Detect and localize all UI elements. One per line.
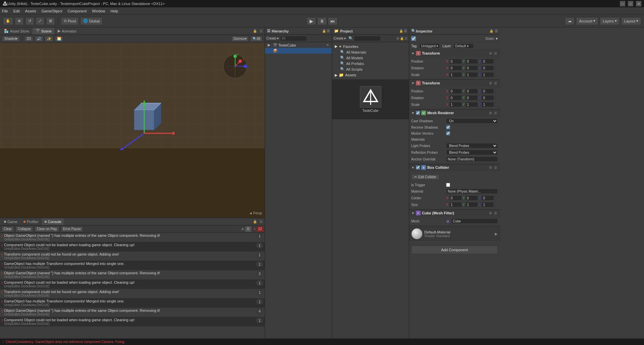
transform-1-header[interactable]: ▼ T Transform ⚙ ☰	[409, 50, 500, 57]
hierarchy-item-testecube[interactable]: ▶ 🎬 TesteCube ✕	[265, 42, 332, 48]
project-create-button[interactable]: Create ▾	[333, 37, 346, 40]
mesh-renderer-menu[interactable]: ☰	[493, 111, 498, 115]
inspector-menu[interactable]: ☰	[495, 29, 498, 33]
rotate-tool-button[interactable]: ↺	[25, 17, 34, 25]
favorites-folder[interactable]: ▶ ★ Favorites	[332, 44, 409, 49]
menu-file[interactable]: File	[2, 9, 8, 13]
bottom-tab-menu[interactable]: ☰	[259, 219, 263, 224]
hierarchy-item-selected[interactable]: 📦	[265, 48, 332, 54]
menu-help[interactable]: Help	[110, 9, 118, 13]
list-item[interactable]: ! GameObject has multiple Transform comp…	[0, 298, 265, 308]
step-button[interactable]: ⏭	[328, 17, 338, 25]
box-collider-header[interactable]: ▼ B Box Collider ⚙ ☰	[409, 164, 500, 171]
cloud-button[interactable]: ☁	[565, 17, 575, 25]
scene-viewport[interactable]: Z Y X ◄	[0, 43, 265, 218]
box-collider-settings[interactable]: ⚙	[488, 166, 493, 169]
list-item[interactable]: ! Object GameObject (named '') has multi…	[0, 270, 265, 280]
bottom-tab-lock[interactable]: 🔒	[253, 219, 257, 224]
receive-shadows-checkbox[interactable]	[446, 125, 450, 129]
default-material-row[interactable]: Default-Material Shader Standard ▶	[409, 227, 500, 241]
hierarchy-search-input[interactable]	[280, 36, 307, 41]
menu-component[interactable]: Component	[67, 9, 87, 13]
move-tool-button[interactable]: ⊕	[15, 17, 24, 25]
search-scene-button[interactable]: 🔍 All	[250, 36, 263, 42]
hierarchy-lock[interactable]: 🔒	[322, 29, 326, 33]
material-expand-icon[interactable]: ▶	[495, 232, 497, 236]
hierarchy-close-icon[interactable]: ✕	[326, 43, 329, 47]
mesh-renderer-settings[interactable]: ⚙	[488, 111, 493, 115]
tab-asset-store[interactable]: 🏪 Asset Store	[1, 28, 32, 34]
project-search-input[interactable]	[354, 36, 381, 41]
position2-y[interactable]	[465, 88, 478, 94]
menu-assets[interactable]: Assets	[25, 9, 36, 13]
transform-1-menu[interactable]: ☰	[493, 52, 498, 55]
account-button[interactable]: Account ▾	[576, 17, 598, 25]
transform-2-settings[interactable]: ⚙	[488, 81, 493, 85]
tab-game[interactable]: Game	[1, 218, 20, 225]
rotation2-x[interactable]	[449, 95, 462, 100]
hand-tool-button[interactable]: ✋	[3, 17, 13, 25]
scale2-x[interactable]	[449, 102, 462, 107]
scale-x[interactable]	[449, 72, 462, 77]
console-messages[interactable]: ! Object GameObject (named '') has multi…	[0, 233, 265, 327]
mesh-renderer-header[interactable]: ▼ M Mesh Renderer ⚙ ☰	[409, 110, 500, 116]
project-lock[interactable]: 🔒	[399, 29, 403, 33]
skybox-button[interactable]: 🌅	[55, 36, 63, 42]
center-x[interactable]	[449, 195, 462, 201]
minimize-button[interactable]: ─	[620, 1, 625, 6]
shaded-button[interactable]: Shaded ▾	[2, 36, 20, 42]
assets-root-folder[interactable]: ▶ 📁 Assets	[332, 72, 409, 78]
size-x[interactable]	[449, 202, 462, 207]
scale2-z[interactable]	[481, 102, 494, 107]
favorites-all-scripts[interactable]: 🔍 All Scripts	[337, 66, 409, 72]
pause-button[interactable]: ⏸	[317, 17, 327, 25]
list-item[interactable]: ! Component Object could not be loaded w…	[0, 242, 265, 252]
list-item[interactable]: ! Object GameObject (named '') has multi…	[0, 308, 265, 317]
position-x[interactable]	[449, 59, 462, 64]
position-y[interactable]	[465, 59, 478, 64]
transform-2-header[interactable]: ▼ T Transform ⚙ ☰	[409, 80, 500, 86]
box-collider-menu[interactable]: ☰	[493, 166, 498, 169]
rect-tool-button[interactable]: ⊞	[46, 17, 55, 25]
favorites-all-prefabs[interactable]: 🔍 All Prefabs	[337, 61, 409, 66]
mesh-filter-menu[interactable]: ☰	[493, 211, 498, 215]
box-collider-enabled[interactable]	[416, 165, 420, 169]
scale-tool-button[interactable]: ⤢	[36, 17, 45, 25]
tab-profiler[interactable]: Profiler	[21, 218, 41, 225]
layers-button[interactable]: Layers ▾	[600, 17, 620, 25]
collider-material-input[interactable]	[446, 189, 498, 194]
audio-button[interactable]: 🔊	[35, 36, 43, 42]
clear-on-play-button[interactable]: Clear on Play	[35, 226, 59, 232]
project-menu[interactable]: ☰	[404, 29, 407, 33]
transform-2-menu[interactable]: ☰	[493, 81, 498, 85]
reflection-probes-dropdown[interactable]: Blend Probes	[446, 150, 498, 155]
light-probes-dropdown[interactable]: Blend Probes	[446, 143, 498, 148]
favorites-all-materials[interactable]: 🔍 All Materials	[337, 49, 409, 55]
motion-vectors-checkbox[interactable]	[446, 131, 450, 135]
list-item[interactable]: ! Transform component could not be found…	[0, 252, 265, 261]
edit-collider-button[interactable]: ✏ Edit Collider	[411, 174, 439, 180]
error-pause-button[interactable]: Error Pause	[61, 226, 83, 232]
project-view-toggle[interactable]: ⊞	[396, 37, 399, 40]
size-y[interactable]	[465, 202, 478, 207]
is-trigger-checkbox[interactable]	[446, 183, 450, 187]
inspector-lock[interactable]: 🔒	[489, 29, 493, 33]
play-button[interactable]: ▶	[306, 17, 316, 25]
list-item[interactable]: ! Object GameObject (named '') has multi…	[0, 233, 265, 242]
size-z[interactable]	[481, 202, 494, 207]
rotation2-y[interactable]	[465, 95, 478, 100]
list-item[interactable]: ! GameObject has multiple Transform comp…	[0, 261, 265, 270]
tab-animator[interactable]: ▶ Animator	[55, 28, 79, 34]
scene-tab-lock[interactable]: 🔒	[253, 29, 257, 33]
list-item[interactable]: ! Transform component could not be found…	[0, 289, 265, 298]
rotation-x[interactable]	[449, 65, 462, 71]
scene-tab-menu[interactable]: ☰	[259, 29, 263, 33]
global-button[interactable]: 🌐 Global	[80, 17, 103, 25]
mesh-input[interactable]	[451, 218, 498, 224]
hierarchy-create-button[interactable]: Create ▾	[266, 37, 279, 40]
close-button[interactable]: ✕	[636, 1, 641, 6]
pivot-button[interactable]: ⊙ Pivot	[61, 17, 79, 25]
scale2-y[interactable]	[465, 102, 478, 107]
transform-1-settings[interactable]: ⚙	[488, 52, 493, 55]
gizmos-button[interactable]: Gizmos ▾	[231, 36, 249, 42]
